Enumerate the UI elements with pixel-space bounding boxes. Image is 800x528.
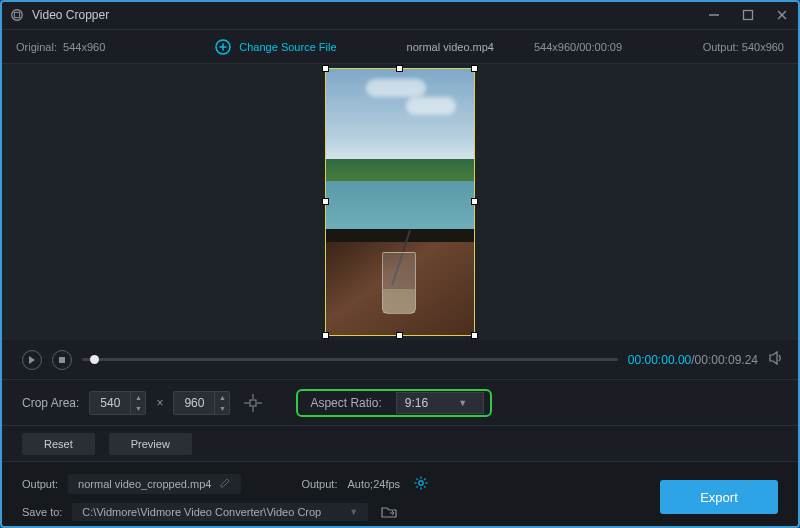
crop-handle[interactable] [322, 198, 329, 205]
source-info: 544x960/00:00:09 [534, 41, 622, 53]
crop-handle[interactable] [471, 198, 478, 205]
preview-image [326, 69, 474, 335]
svg-line-24 [424, 478, 425, 479]
source-filename: normal video.mp4 [407, 41, 494, 53]
svg-point-0 [12, 9, 23, 20]
svg-line-22 [416, 478, 417, 479]
play-button[interactable] [22, 350, 42, 370]
crop-handle[interactable] [322, 332, 329, 339]
crop-height-field[interactable]: 960 ▲▼ [173, 391, 230, 415]
svg-line-25 [416, 486, 417, 487]
aspect-ratio-select[interactable]: 9:16 ▼ [396, 392, 484, 414]
output-file-label: Output: [22, 478, 58, 490]
app-icon [10, 8, 24, 22]
svg-rect-16 [250, 400, 256, 406]
stop-button[interactable] [52, 350, 72, 370]
svg-rect-3 [744, 10, 753, 19]
chevron-down-icon: ▼ [349, 507, 358, 517]
edit-icon[interactable] [219, 477, 231, 491]
window-title: Video Cropper [32, 8, 109, 22]
crop-handle[interactable] [471, 332, 478, 339]
infobar: Original: 544x960 Change Source File nor… [0, 30, 800, 64]
crop-width-field[interactable]: 540 ▲▼ [89, 391, 146, 415]
save-to-label: Save to: [22, 506, 62, 518]
crop-handle[interactable] [396, 65, 403, 72]
multiply-icon: × [156, 396, 163, 410]
playback-bar: 00:00:00.00/00:00:09.24 [0, 340, 800, 380]
crop-handle[interactable] [322, 65, 329, 72]
window-controls [706, 9, 790, 21]
maximize-button[interactable] [740, 9, 756, 21]
aspect-ratio-highlight: Aspect Ratio: 9:16 ▼ [296, 389, 491, 417]
spinner-down[interactable]: ▼ [131, 403, 145, 414]
output-file-field[interactable]: normal video_cropped.mp4 [68, 474, 241, 494]
minimize-button[interactable] [706, 9, 722, 21]
original-label: Original: 544x960 [16, 41, 105, 53]
seek-thumb[interactable] [90, 355, 99, 364]
svg-line-23 [424, 486, 425, 487]
svg-rect-10 [59, 357, 65, 363]
output-format-value: Auto;24fps [347, 478, 400, 490]
reset-button[interactable]: Reset [22, 433, 95, 455]
svg-rect-1 [14, 12, 19, 17]
aspect-ratio-label: Aspect Ratio: [310, 396, 381, 410]
gear-icon[interactable] [414, 476, 428, 492]
spinner-up[interactable]: ▲ [215, 392, 229, 403]
preview-button[interactable]: Preview [109, 433, 192, 455]
center-crop-button[interactable] [240, 390, 266, 416]
crop-viewport[interactable] [0, 64, 800, 340]
svg-marker-9 [29, 356, 35, 364]
change-source-button[interactable]: Change Source File [215, 39, 336, 55]
crop-frame[interactable] [325, 68, 475, 336]
open-folder-button[interactable] [378, 502, 400, 522]
svg-point-17 [419, 481, 423, 485]
spinner-down[interactable]: ▼ [215, 403, 229, 414]
chevron-down-icon: ▼ [458, 398, 467, 408]
crop-handle[interactable] [471, 65, 478, 72]
button-row: Reset Preview [0, 426, 800, 462]
close-button[interactable] [774, 9, 790, 21]
seek-bar[interactable] [82, 358, 618, 361]
output-dims: Output: 540x960 [703, 41, 784, 53]
crop-area-label: Crop Area: [22, 396, 79, 410]
save-to-select[interactable]: C:\Vidmore\Vidmore Video Converter\Video… [72, 503, 368, 521]
controls-row: Crop Area: 540 ▲▼ × 960 ▲▼ Aspect Ratio:… [0, 380, 800, 426]
titlebar: Video Cropper [0, 0, 800, 30]
export-button[interactable]: Export [660, 480, 778, 514]
svg-marker-11 [770, 352, 777, 364]
time-display: 00:00:00.00/00:00:09.24 [628, 353, 758, 367]
crop-handle[interactable] [396, 332, 403, 339]
spinner-up[interactable]: ▲ [131, 392, 145, 403]
output-format-label: Output: [301, 478, 337, 490]
volume-icon[interactable] [768, 350, 784, 369]
